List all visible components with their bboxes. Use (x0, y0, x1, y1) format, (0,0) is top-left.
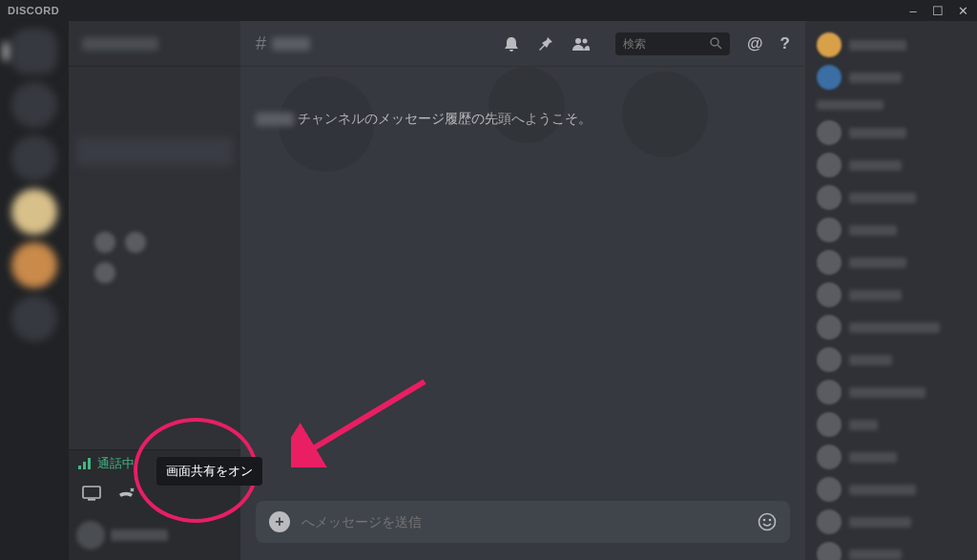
member-list (805, 21, 977, 560)
message-input[interactable] (301, 514, 746, 529)
channel-item[interactable] (76, 198, 233, 227)
svg-rect-0 (78, 466, 81, 469)
voice-user-avatar[interactable] (94, 262, 115, 283)
member-item[interactable] (813, 506, 969, 538)
pin-icon[interactable] (537, 35, 554, 52)
svg-point-8 (583, 38, 588, 43)
members-icon[interactable] (572, 35, 591, 52)
voice-user-avatar[interactable] (125, 232, 146, 253)
member-item[interactable] (813, 538, 969, 560)
channel-name (272, 37, 310, 51)
minimize-button[interactable]: – (906, 4, 920, 18)
disconnect-call-button[interactable] (116, 486, 135, 501)
screen-share-button[interactable] (82, 486, 101, 501)
app-logo: DISCORD (8, 5, 59, 16)
member-item[interactable] (813, 408, 969, 441)
member-item[interactable] (813, 473, 969, 506)
search-icon (710, 37, 722, 50)
titlebar: DISCORD – ☐ ✕ (0, 0, 977, 21)
member-category (813, 93, 969, 116)
close-button[interactable]: ✕ (956, 4, 969, 18)
main-content: # @ ? (240, 21, 805, 560)
svg-line-10 (717, 45, 721, 49)
help-icon[interactable]: ? (780, 34, 790, 53)
svg-point-11 (759, 514, 776, 530)
voice-user-avatar[interactable] (94, 232, 115, 253)
svg-rect-2 (88, 458, 91, 469)
window-controls: – ☐ ✕ (906, 4, 969, 18)
guild-icon[interactable] (11, 82, 57, 128)
member-item[interactable] (813, 279, 969, 311)
emoji-picker-button[interactable] (758, 512, 777, 531)
maximize-button[interactable]: ☐ (931, 4, 945, 18)
self-username (111, 529, 168, 541)
svg-rect-4 (88, 499, 95, 501)
guild-icon[interactable] (11, 135, 57, 181)
member-item[interactable] (813, 376, 969, 408)
search-box[interactable] (615, 32, 730, 55)
member-item[interactable] (813, 149, 969, 181)
member-item[interactable] (813, 246, 969, 279)
hash-icon: # (256, 32, 266, 54)
channel-header: # @ ? (240, 21, 805, 67)
member-item[interactable] (813, 181, 969, 214)
svg-point-13 (769, 519, 772, 522)
svg-rect-1 (83, 462, 86, 469)
channel-item[interactable] (76, 137, 233, 166)
message-composer: + (256, 501, 790, 543)
channel-list (69, 67, 240, 449)
member-item[interactable] (813, 343, 969, 376)
guild-list (0, 21, 69, 560)
self-avatar[interactable] (76, 521, 105, 550)
member-item[interactable] (813, 441, 969, 473)
channel-item[interactable] (76, 76, 233, 105)
guild-icon[interactable] (11, 29, 57, 74)
welcome-decoration (240, 67, 805, 181)
attach-button[interactable]: + (269, 511, 290, 532)
member-item[interactable] (813, 214, 969, 246)
channel-item[interactable] (76, 107, 233, 135)
member-item[interactable] (813, 116, 969, 149)
notifications-icon[interactable] (503, 35, 520, 52)
screen-share-tooltip: 画面共有をオン (156, 457, 262, 486)
svg-point-12 (763, 519, 766, 522)
svg-rect-3 (83, 487, 100, 498)
user-panel (69, 510, 240, 560)
message-area: チャンネルのメッセージ履歴の先頭へようこそ。 (240, 67, 805, 501)
search-input[interactable] (623, 37, 699, 51)
member-item[interactable] (813, 311, 969, 343)
channel-item[interactable] (76, 168, 233, 197)
server-header[interactable] (69, 21, 240, 67)
member-item[interactable] (813, 61, 969, 93)
signal-icon (78, 458, 92, 469)
voice-status-label: 通話中 (97, 455, 135, 472)
guild-icon[interactable] (11, 189, 57, 235)
svg-point-7 (575, 38, 581, 44)
guild-icon[interactable] (11, 296, 57, 342)
guild-icon[interactable] (11, 242, 57, 288)
mentions-icon[interactable]: @ (747, 34, 763, 53)
member-item[interactable] (813, 29, 969, 61)
svg-point-9 (711, 38, 718, 46)
